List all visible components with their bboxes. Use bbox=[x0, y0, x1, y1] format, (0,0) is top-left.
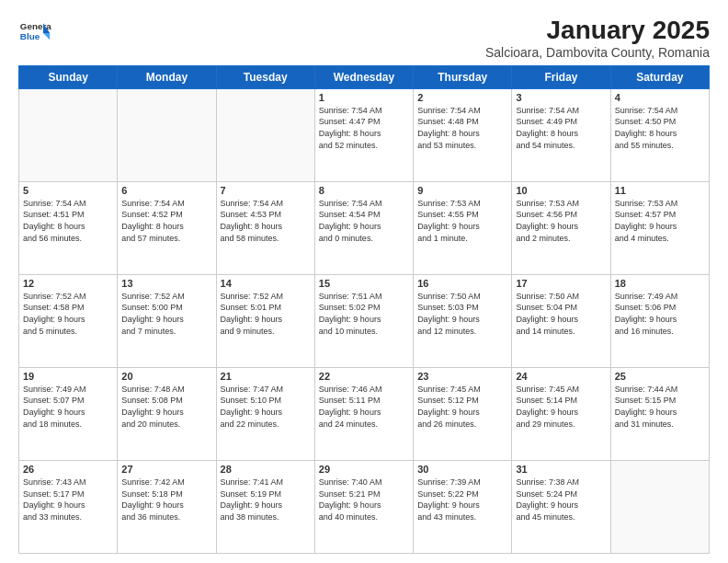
day-number: 23 bbox=[417, 371, 507, 382]
day-info: Sunrise: 7:52 AM Sunset: 4:58 PM Dayligh… bbox=[23, 291, 113, 337]
day-number: 18 bbox=[615, 278, 705, 289]
day-info: Sunrise: 7:49 AM Sunset: 5:07 PM Dayligh… bbox=[23, 384, 113, 430]
day-info: Sunrise: 7:45 AM Sunset: 5:14 PM Dayligh… bbox=[516, 384, 606, 430]
calendar-cell: 4Sunrise: 7:54 AM Sunset: 4:50 PM Daylig… bbox=[610, 88, 709, 181]
calendar-week-row: 19Sunrise: 7:49 AM Sunset: 5:07 PM Dayli… bbox=[19, 367, 710, 460]
calendar-cell bbox=[19, 88, 118, 181]
calendar-cell: 20Sunrise: 7:48 AM Sunset: 5:08 PM Dayli… bbox=[118, 367, 216, 460]
calendar-cell: 26Sunrise: 7:43 AM Sunset: 5:17 PM Dayli… bbox=[19, 460, 118, 553]
day-number: 16 bbox=[417, 278, 507, 289]
day-info: Sunrise: 7:54 AM Sunset: 4:54 PM Dayligh… bbox=[319, 198, 409, 244]
calendar-cell: 7Sunrise: 7:54 AM Sunset: 4:53 PM Daylig… bbox=[216, 181, 314, 274]
calendar-week-row: 12Sunrise: 7:52 AM Sunset: 4:58 PM Dayli… bbox=[19, 274, 710, 367]
calendar-cell bbox=[216, 88, 314, 181]
day-number: 27 bbox=[121, 464, 211, 475]
calendar-cell: 31Sunrise: 7:38 AM Sunset: 5:24 PM Dayli… bbox=[512, 460, 610, 553]
calendar-cell: 30Sunrise: 7:39 AM Sunset: 5:22 PM Dayli… bbox=[414, 460, 512, 553]
calendar-cell: 18Sunrise: 7:49 AM Sunset: 5:06 PM Dayli… bbox=[610, 274, 709, 367]
day-info: Sunrise: 7:49 AM Sunset: 5:06 PM Dayligh… bbox=[615, 291, 705, 337]
calendar-cell: 19Sunrise: 7:49 AM Sunset: 5:07 PM Dayli… bbox=[19, 367, 118, 460]
day-number: 28 bbox=[221, 464, 311, 475]
calendar-cell: 8Sunrise: 7:54 AM Sunset: 4:54 PM Daylig… bbox=[314, 181, 413, 274]
day-number: 24 bbox=[516, 371, 606, 382]
day-info: Sunrise: 7:54 AM Sunset: 4:52 PM Dayligh… bbox=[121, 198, 211, 244]
calendar-day-header-sunday: Sunday bbox=[19, 65, 118, 88]
day-info: Sunrise: 7:50 AM Sunset: 5:03 PM Dayligh… bbox=[417, 291, 507, 337]
day-number: 11 bbox=[615, 185, 705, 196]
day-info: Sunrise: 7:53 AM Sunset: 4:56 PM Dayligh… bbox=[516, 198, 606, 244]
day-info: Sunrise: 7:54 AM Sunset: 4:51 PM Dayligh… bbox=[23, 198, 113, 244]
day-info: Sunrise: 7:52 AM Sunset: 5:00 PM Dayligh… bbox=[121, 291, 211, 337]
calendar-cell: 3Sunrise: 7:54 AM Sunset: 4:49 PM Daylig… bbox=[512, 88, 610, 181]
calendar-cell: 24Sunrise: 7:45 AM Sunset: 5:14 PM Dayli… bbox=[512, 367, 610, 460]
day-number: 29 bbox=[319, 464, 409, 475]
calendar-cell: 15Sunrise: 7:51 AM Sunset: 5:02 PM Dayli… bbox=[314, 274, 413, 367]
day-info: Sunrise: 7:45 AM Sunset: 5:12 PM Dayligh… bbox=[417, 384, 507, 430]
calendar-cell: 5Sunrise: 7:54 AM Sunset: 4:51 PM Daylig… bbox=[19, 181, 118, 274]
day-number: 4 bbox=[615, 92, 705, 103]
calendar-header-row: SundayMondayTuesdayWednesdayThursdayFrid… bbox=[19, 65, 710, 88]
day-info: Sunrise: 7:50 AM Sunset: 5:04 PM Dayligh… bbox=[516, 291, 606, 337]
calendar-week-row: 5Sunrise: 7:54 AM Sunset: 4:51 PM Daylig… bbox=[19, 181, 710, 274]
day-info: Sunrise: 7:54 AM Sunset: 4:47 PM Dayligh… bbox=[319, 105, 409, 151]
calendar-cell: 17Sunrise: 7:50 AM Sunset: 5:04 PM Dayli… bbox=[512, 274, 610, 367]
calendar-cell: 22Sunrise: 7:46 AM Sunset: 5:11 PM Dayli… bbox=[314, 367, 413, 460]
calendar-cell: 16Sunrise: 7:50 AM Sunset: 5:03 PM Dayli… bbox=[414, 274, 512, 367]
calendar-week-row: 1Sunrise: 7:54 AM Sunset: 4:47 PM Daylig… bbox=[19, 88, 710, 181]
calendar-cell: 14Sunrise: 7:52 AM Sunset: 5:01 PM Dayli… bbox=[216, 274, 314, 367]
calendar-day-header-friday: Friday bbox=[512, 65, 610, 88]
calendar-cell: 27Sunrise: 7:42 AM Sunset: 5:18 PM Dayli… bbox=[118, 460, 216, 553]
calendar-week-row: 26Sunrise: 7:43 AM Sunset: 5:17 PM Dayli… bbox=[19, 460, 710, 553]
day-info: Sunrise: 7:54 AM Sunset: 4:48 PM Dayligh… bbox=[417, 105, 507, 151]
day-number: 30 bbox=[417, 464, 507, 475]
page-subtitle: Salcioara, Dambovita County, Romania bbox=[485, 45, 710, 60]
day-info: Sunrise: 7:53 AM Sunset: 4:57 PM Dayligh… bbox=[615, 198, 705, 244]
page: General Blue January 2025 Salcioara, Dam… bbox=[0, 0, 728, 563]
day-number: 20 bbox=[121, 371, 211, 382]
calendar-day-header-monday: Monday bbox=[118, 65, 216, 88]
day-number: 9 bbox=[417, 185, 507, 196]
calendar-cell: 10Sunrise: 7:53 AM Sunset: 4:56 PM Dayli… bbox=[512, 181, 610, 274]
day-number: 8 bbox=[319, 185, 409, 196]
day-info: Sunrise: 7:38 AM Sunset: 5:24 PM Dayligh… bbox=[516, 477, 606, 523]
day-number: 1 bbox=[319, 92, 409, 103]
calendar-cell: 21Sunrise: 7:47 AM Sunset: 5:10 PM Dayli… bbox=[216, 367, 314, 460]
day-number: 26 bbox=[23, 464, 113, 475]
calendar-cell: 9Sunrise: 7:53 AM Sunset: 4:55 PM Daylig… bbox=[414, 181, 512, 274]
day-info: Sunrise: 7:47 AM Sunset: 5:10 PM Dayligh… bbox=[221, 384, 311, 430]
calendar-cell: 25Sunrise: 7:44 AM Sunset: 5:15 PM Dayli… bbox=[610, 367, 709, 460]
day-number: 17 bbox=[516, 278, 606, 289]
day-number: 15 bbox=[319, 278, 409, 289]
day-number: 19 bbox=[23, 371, 113, 382]
calendar-cell: 11Sunrise: 7:53 AM Sunset: 4:57 PM Dayli… bbox=[610, 181, 709, 274]
day-number: 5 bbox=[23, 185, 113, 196]
title-block: January 2025 Salcioara, Dambovita County… bbox=[485, 17, 710, 60]
day-number: 7 bbox=[221, 185, 311, 196]
svg-text:Blue: Blue bbox=[20, 31, 40, 41]
day-number: 25 bbox=[615, 371, 705, 382]
day-number: 14 bbox=[221, 278, 311, 289]
day-info: Sunrise: 7:52 AM Sunset: 5:01 PM Dayligh… bbox=[221, 291, 311, 337]
page-title: January 2025 bbox=[485, 17, 710, 45]
calendar-cell: 2Sunrise: 7:54 AM Sunset: 4:48 PM Daylig… bbox=[414, 88, 512, 181]
logo: General Blue bbox=[18, 17, 51, 50]
calendar-cell: 12Sunrise: 7:52 AM Sunset: 4:58 PM Dayli… bbox=[19, 274, 118, 367]
logo-icon: General Blue bbox=[18, 17, 51, 50]
day-info: Sunrise: 7:54 AM Sunset: 4:50 PM Dayligh… bbox=[615, 105, 705, 151]
day-info: Sunrise: 7:44 AM Sunset: 5:15 PM Dayligh… bbox=[615, 384, 705, 430]
calendar-day-header-saturday: Saturday bbox=[610, 65, 709, 88]
day-number: 12 bbox=[23, 278, 113, 289]
day-info: Sunrise: 7:40 AM Sunset: 5:21 PM Dayligh… bbox=[319, 477, 409, 523]
calendar-cell bbox=[610, 460, 709, 553]
day-number: 31 bbox=[516, 464, 606, 475]
day-info: Sunrise: 7:39 AM Sunset: 5:22 PM Dayligh… bbox=[417, 477, 507, 523]
day-info: Sunrise: 7:41 AM Sunset: 5:19 PM Dayligh… bbox=[221, 477, 311, 523]
day-info: Sunrise: 7:53 AM Sunset: 4:55 PM Dayligh… bbox=[417, 198, 507, 244]
day-number: 21 bbox=[221, 371, 311, 382]
day-info: Sunrise: 7:43 AM Sunset: 5:17 PM Dayligh… bbox=[23, 477, 113, 523]
calendar-cell bbox=[118, 88, 216, 181]
day-number: 6 bbox=[121, 185, 211, 196]
day-info: Sunrise: 7:54 AM Sunset: 4:53 PM Dayligh… bbox=[221, 198, 311, 244]
calendar-cell: 13Sunrise: 7:52 AM Sunset: 5:00 PM Dayli… bbox=[118, 274, 216, 367]
day-info: Sunrise: 7:46 AM Sunset: 5:11 PM Dayligh… bbox=[319, 384, 409, 430]
